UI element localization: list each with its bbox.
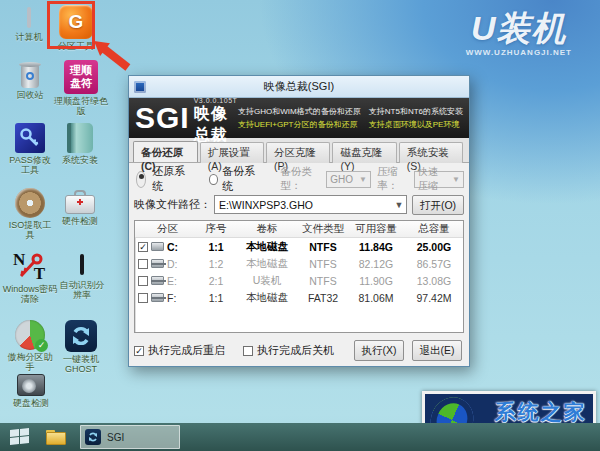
radio-icon (209, 174, 218, 185)
backup-type-value: GHO (330, 174, 353, 185)
shutdown-after-checkbox[interactable]: 执行完成后关机 (243, 343, 334, 358)
file-explorer-icon[interactable] (46, 430, 66, 445)
sync-icon (65, 320, 97, 352)
table-row[interactable]: E: 2:1 U装机 NTFS 11.90G 13.08G (135, 272, 463, 289)
feature-list: 支持GHO和WIM格式的备份和还原 支持NT5和NT6的系统安装 支持UEFI+… (238, 106, 463, 130)
desktop-icon-windows-password-clear[interactable]: N T Windows密码清除 (2, 252, 58, 305)
backup-system-label: 备份系统 (222, 164, 258, 194)
title-bar[interactable]: 映像总裁(SGI) (129, 76, 469, 98)
desktop-icon-one-key-ghost[interactable]: 一键装机GHOST (56, 320, 106, 375)
checkbox-checked[interactable] (138, 242, 148, 252)
annotation-red-box (47, 1, 95, 49)
tab-backup-restore[interactable]: 备份还原(C) (133, 141, 198, 162)
backup-system-radio[interactable]: 备份系统 (209, 164, 258, 194)
hard-disk-icon (17, 374, 45, 396)
col-index[interactable]: 序号 (197, 222, 235, 236)
col-total[interactable]: 总容量 (405, 222, 463, 236)
monitor-icon (67, 252, 97, 278)
icon-label: ISO提取工具 (6, 220, 54, 241)
restore-system-label: 还原系统 (152, 164, 186, 194)
checkbox-unchecked (243, 346, 253, 356)
desktop-icon-pass-tool[interactable]: PASS修改工具 (6, 123, 54, 176)
compress-select[interactable]: 快速压缩 ▼ (414, 171, 464, 188)
image-path-label: 映像文件路径： (134, 197, 211, 212)
table-row[interactable]: F: 1:1 本地磁盘 FAT32 81.06M 97.42M (135, 289, 463, 306)
desktop-icon-auto-resolution[interactable]: 自动识别分辨率 (56, 252, 108, 301)
chevron-down-icon: ▼ (452, 175, 460, 184)
sgi-window: 映像总裁(SGI) SGI ® V3.0.0.105T 映像总裁 支持GHO和W… (128, 75, 470, 367)
feature-text: 支持NT5和NT6的系统安装 (369, 106, 463, 117)
table-row[interactable]: C: 1:1 本地磁盘 NTFS 11.84G 25.00G (135, 238, 463, 255)
drive-letter: F: (167, 292, 176, 304)
desktop: 计算机 G 分区工具 回收站 理顺盘符 理顺盘符绿色版 PASS修改工具 系统安… (0, 0, 600, 451)
execute-button[interactable]: 执行(X) (354, 340, 404, 361)
col-free[interactable]: 可用容量 (347, 222, 405, 236)
cd-icon (15, 188, 45, 218)
feature-text: 支持GHO和WIM格式的备份和还原 (238, 106, 361, 117)
icon-label: 理顺盘符绿色版 (52, 96, 110, 117)
drive-icon (151, 259, 164, 268)
uzhuangji-watermark: U装机 WWW.UZHUANGJI.NET (466, 6, 572, 57)
tab-disk-clone[interactable]: 磁盘克隆(Y) (332, 142, 396, 163)
reboot-after-label: 执行完成后重启 (148, 343, 225, 358)
open-button[interactable]: 打开(O) (412, 195, 464, 215)
backup-type-select[interactable]: GHO ▼ (326, 171, 371, 188)
start-button[interactable] (10, 427, 30, 446)
partition-table: 分区 序号 卷标 文件类型 可用容量 总容量 C: 1:1 本地磁盘 NTFS … (134, 220, 464, 333)
drive-icon (151, 293, 164, 302)
table-header-row: 分区 序号 卷标 文件类型 可用容量 总容量 (135, 221, 463, 238)
checkbox-unchecked[interactable] (138, 293, 148, 303)
col-partition[interactable]: 分区 (135, 222, 197, 236)
col-filesystem[interactable]: 文件类型 (299, 222, 347, 236)
icon-label: 系统安装 (62, 155, 98, 165)
icon-label: 一键装机GHOST (56, 354, 106, 375)
nt-key-icon: N T (13, 252, 47, 282)
drive-icon (151, 242, 164, 251)
image-path-value: E:\WINXPSP3.GHO (219, 199, 313, 211)
tab-system-install[interactable]: 系统安装(S) (399, 142, 463, 163)
compress-value: 快速压缩 (418, 165, 446, 193)
desktop-icon-disk-check[interactable]: 硬盘检测 (8, 374, 54, 408)
taskbar-app-label: SGI (107, 432, 124, 443)
desktop-icon-recycle-bin[interactable]: 回收站 (8, 61, 52, 100)
desktop-icon-iso-tool[interactable]: ISO提取工具 (6, 188, 54, 241)
icon-label: Windows密码清除 (2, 284, 58, 305)
chevron-down-icon[interactable]: ▼ (392, 200, 406, 210)
drive-letter: D: (167, 258, 178, 270)
desktop-icon-partition-assistant[interactable]: ✓ 傲梅分区助手 (6, 320, 54, 373)
toolbox-icon (65, 190, 95, 214)
desktop-icon-drive-letter-fixer[interactable]: 理顺盘符 理顺盘符绿色版 (52, 60, 110, 117)
taskbar-app-sgi[interactable]: SGI (80, 425, 180, 449)
recycle-bin-icon (19, 61, 41, 88)
col-label[interactable]: 卷标 (235, 222, 299, 236)
computer-icon (14, 6, 44, 30)
image-path-combobox[interactable]: E:\WINXPSP3.GHO ▼ (214, 195, 407, 214)
checkbox-unchecked[interactable] (138, 276, 148, 286)
table-row[interactable]: D: 1:2 本地磁盘 NTFS 82.12G 86.57G (135, 255, 463, 272)
icon-label: 计算机 (16, 32, 43, 42)
uzhuangji-url: WWW.UZHUANGJI.NET (466, 48, 572, 57)
pie-chart-icon: ✓ (15, 320, 45, 350)
icon-label: 回收站 (17, 90, 44, 100)
taskbar: SGI (0, 423, 600, 451)
icon-label: 硬件检测 (62, 216, 98, 226)
compress-label: 压缩率： (377, 165, 412, 193)
tab-extended-settings[interactable]: 扩展设置(A) (200, 142, 264, 163)
desktop-icon-computer[interactable]: 计算机 (6, 6, 52, 42)
checkbox-unchecked[interactable] (138, 259, 148, 269)
desktop-icon-hardware-check[interactable]: 硬件检测 (56, 190, 104, 226)
checkbox-checked (134, 346, 144, 356)
usb-drive-icon (151, 276, 164, 285)
sgi-app-icon (85, 429, 101, 445)
exit-button[interactable]: 退出(E) (412, 340, 462, 361)
feature-text: 支持UEFI+GPT分区的备份和还原 (238, 119, 361, 130)
tab-bar: 备份还原(C) 扩展设置(A) 分区克隆(P) 磁盘克隆(Y) 系统安装(S) (129, 138, 469, 163)
backup-type-label: 备份类型： (280, 165, 324, 193)
drive-letter: E: (167, 275, 177, 287)
footer-row: 执行完成后重启 执行完成后关机 执行(X) 退出(E) (134, 340, 464, 361)
reboot-after-checkbox[interactable]: 执行完成后重启 (134, 343, 225, 358)
ghost123-title: 系统之家 (495, 398, 587, 426)
window-title: 映像总裁(SGI) (129, 79, 469, 94)
desktop-icon-system-setup[interactable]: 系统安装 (56, 123, 104, 165)
tab-partition-clone[interactable]: 分区克隆(P) (266, 142, 330, 163)
